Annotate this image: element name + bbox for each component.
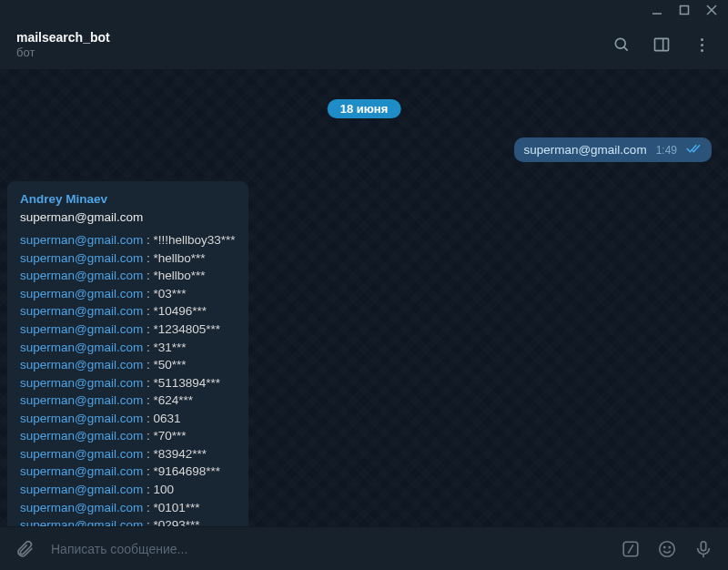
leak-row: superman@gmail.com : *1234805*** xyxy=(20,321,236,339)
leak-row: superman@gmail.com : *!!!hellboy33*** xyxy=(20,231,236,249)
leak-row: superman@gmail.com : *70*** xyxy=(20,427,236,445)
chat-header-actions xyxy=(612,35,712,55)
leak-separator: : xyxy=(143,341,153,354)
slash-command-icon[interactable] xyxy=(621,539,641,559)
svg-point-11 xyxy=(664,546,665,547)
leak-password: *10496*** xyxy=(154,304,207,318)
svg-rect-6 xyxy=(655,38,669,50)
leak-email: superman@gmail.com xyxy=(20,393,143,407)
leak-row: superman@gmail.com : 100 xyxy=(20,481,236,499)
leak-separator: : xyxy=(143,464,153,478)
leak-email: superman@gmail.com xyxy=(20,322,143,336)
leak-password: *70*** xyxy=(154,429,187,443)
leak-row: superman@gmail.com : *10496*** xyxy=(20,302,236,321)
svg-point-4 xyxy=(615,38,625,48)
read-checks-icon xyxy=(686,143,703,157)
leak-password: *624*** xyxy=(154,393,194,407)
leak-email: superman@gmail.com xyxy=(20,269,143,282)
leak-row: superman@gmail.com : *9164698*** xyxy=(20,463,236,481)
leak-separator: : xyxy=(143,483,153,496)
leak-email: superman@gmail.com xyxy=(20,358,143,372)
leak-email: superman@gmail.com xyxy=(20,287,143,300)
input-right-icons xyxy=(621,539,713,559)
leak-email: superman@gmail.com xyxy=(20,518,143,526)
leak-password: 100 xyxy=(154,483,175,496)
sidepanel-icon[interactable] xyxy=(652,35,672,55)
leak-row: superman@gmail.com : *624*** xyxy=(20,392,236,410)
leak-password: *9164698*** xyxy=(154,464,221,478)
leak-row: superman@gmail.com : *83942*** xyxy=(20,445,236,463)
leak-password: 0631 xyxy=(154,412,181,425)
window-titlebar xyxy=(0,0,728,20)
date-chip: 18 июня xyxy=(328,99,401,118)
leak-password: *50*** xyxy=(154,358,187,372)
leak-password: *31*** xyxy=(154,341,187,354)
leak-row: superman@gmail.com : *hellbo*** xyxy=(20,249,236,268)
leak-email: superman@gmail.com xyxy=(20,251,143,265)
leak-separator: : xyxy=(143,412,153,425)
svg-rect-1 xyxy=(681,6,689,15)
leak-row: superman@gmail.com : *50*** xyxy=(20,356,236,374)
forward-subline: superman@gmail.com xyxy=(20,209,236,227)
leak-separator: : xyxy=(143,269,153,282)
leak-password: *1234805*** xyxy=(154,322,221,336)
outgoing-message-text: superman@gmail.com xyxy=(523,143,646,157)
chat-header-info[interactable]: mailsearch_bot бот xyxy=(16,30,110,59)
svg-line-9 xyxy=(628,545,633,553)
leak-separator: : xyxy=(143,376,153,390)
leak-email: superman@gmail.com xyxy=(20,429,143,443)
leak-row: superman@gmail.com : *hellbo*** xyxy=(20,267,236,285)
incoming-message[interactable]: Andrey Minaev superman@gmail.com superma… xyxy=(7,181,248,526)
leak-email: superman@gmail.com xyxy=(20,483,143,496)
leak-email: superman@gmail.com xyxy=(20,464,143,478)
forward-author: Andrey Minaev xyxy=(20,190,236,209)
chat-area: 18 июня superman@gmail.com 1:49 Andrey M… xyxy=(0,70,728,526)
chat-title: mailsearch_bot xyxy=(16,30,110,45)
leak-separator: : xyxy=(143,233,153,247)
leak-email: superman@gmail.com xyxy=(20,341,143,354)
smile-icon[interactable] xyxy=(657,539,677,559)
leak-password: *hellbo*** xyxy=(154,251,206,265)
leak-separator: : xyxy=(143,322,153,336)
leak-row: superman@gmail.com : *31*** xyxy=(20,339,236,357)
leak-row: superman@gmail.com : *0293*** xyxy=(20,516,236,526)
leak-password: *0293*** xyxy=(154,518,200,526)
leak-rows: superman@gmail.com : *!!!hellboy33***sup… xyxy=(20,231,236,526)
message-input[interactable] xyxy=(51,542,604,556)
outgoing-message[interactable]: superman@gmail.com 1:49 xyxy=(514,137,712,162)
leak-password: *03*** xyxy=(154,287,187,300)
search-icon[interactable] xyxy=(612,35,632,55)
leak-email: superman@gmail.com xyxy=(20,376,143,390)
close-icon[interactable] xyxy=(706,5,717,15)
leak-separator: : xyxy=(143,447,153,461)
leak-separator: : xyxy=(143,501,153,514)
minimize-icon[interactable] xyxy=(652,5,662,15)
leak-password: *hellbo*** xyxy=(154,269,206,282)
leak-password: *83942*** xyxy=(154,447,207,461)
leak-password: *5113894*** xyxy=(154,376,221,390)
chat-subtitle: бот xyxy=(16,46,110,59)
leak-password: *!!!hellboy33*** xyxy=(154,233,236,247)
leak-separator: : xyxy=(143,393,153,407)
message-input-bar xyxy=(0,526,728,570)
outgoing-message-time: 1:49 xyxy=(656,144,677,157)
leak-row: superman@gmail.com : *5113894*** xyxy=(20,374,236,392)
maximize-icon[interactable] xyxy=(679,5,690,15)
svg-rect-13 xyxy=(701,541,706,550)
more-icon[interactable] xyxy=(692,35,712,55)
svg-point-10 xyxy=(660,541,675,556)
leak-email: superman@gmail.com xyxy=(20,447,143,461)
paperclip-icon[interactable] xyxy=(15,539,35,559)
leak-email: superman@gmail.com xyxy=(20,233,143,247)
svg-line-5 xyxy=(624,47,628,51)
leak-separator: : xyxy=(143,358,153,372)
leak-row: superman@gmail.com : *0101*** xyxy=(20,499,236,517)
microphone-icon[interactable] xyxy=(693,539,713,559)
leak-email: superman@gmail.com xyxy=(20,501,143,514)
leak-separator: : xyxy=(143,518,153,526)
leak-row: superman@gmail.com : *03*** xyxy=(20,285,236,303)
leak-separator: : xyxy=(143,429,153,443)
leak-password: *0101*** xyxy=(154,501,200,514)
leak-row: superman@gmail.com : 0631 xyxy=(20,410,236,428)
leak-separator: : xyxy=(143,304,153,318)
